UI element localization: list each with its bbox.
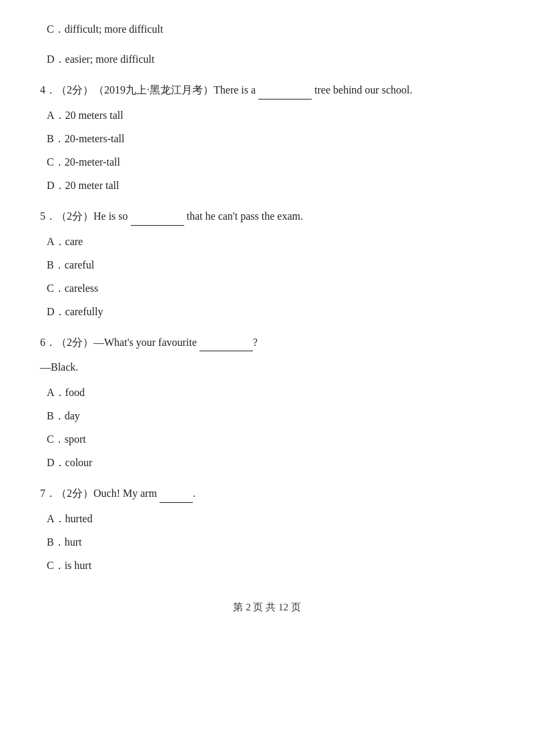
q4-option-c: C．20-meter-tall (40, 153, 494, 171)
q4-option-a: A．20 meters tall (40, 106, 494, 124)
q5-option-b: B．careful (40, 256, 494, 274)
q4-option-b: B．20-meters-tall (40, 130, 494, 148)
q6-option-c: C．sport (40, 430, 494, 448)
option-d-easier: D．easier; more difficult (40, 50, 494, 68)
question-4: 4．（2分）（2019九上·黑龙江月考）There is a tree behi… (40, 80, 494, 194)
question-5: 5．（2分）He is so that he can't pass the ex… (40, 206, 494, 321)
q6-option-b: B．day (40, 407, 494, 425)
question-6-stem: 6．（2分）—What's your favourite ? (40, 333, 494, 351)
page-footer: 第 2 页 共 12 页 (40, 601, 494, 614)
footer-text: 第 2 页 共 12 页 (233, 602, 300, 612)
q7-option-b: B．hurt (40, 533, 494, 551)
q5-option-c: C．careless (40, 279, 494, 297)
q4-option-d: D．20 meter tall (40, 176, 494, 194)
question-6: 6．（2分）—What's your favourite ? —Black. A… (40, 333, 494, 471)
q7-option-c: C．is hurt (40, 556, 494, 574)
question-7-stem: 7．（2分）Ouch! My arm . (40, 484, 494, 502)
question-4-stem: 4．（2分）（2019九上·黑龙江月考）There is a tree behi… (40, 80, 494, 99)
q7-option-a: A．hurted (40, 510, 494, 528)
option-text: D．easier; more difficult (40, 50, 494, 68)
option-text: C．difficult; more difficult (40, 20, 494, 38)
q6-dialogue2: —Black. (40, 358, 494, 376)
question-5-stem: 5．（2分）He is so that he can't pass the ex… (40, 206, 494, 225)
q5-option-d: D．carefully (40, 303, 494, 321)
q5-option-a: A．care (40, 232, 494, 250)
option-c-difficult: C．difficult; more difficult (40, 20, 494, 38)
q6-option-d: D．colour (40, 453, 494, 471)
question-7: 7．（2分）Ouch! My arm . A．hurted B．hurt C．i… (40, 484, 494, 574)
q6-option-a: A．food (40, 383, 494, 401)
